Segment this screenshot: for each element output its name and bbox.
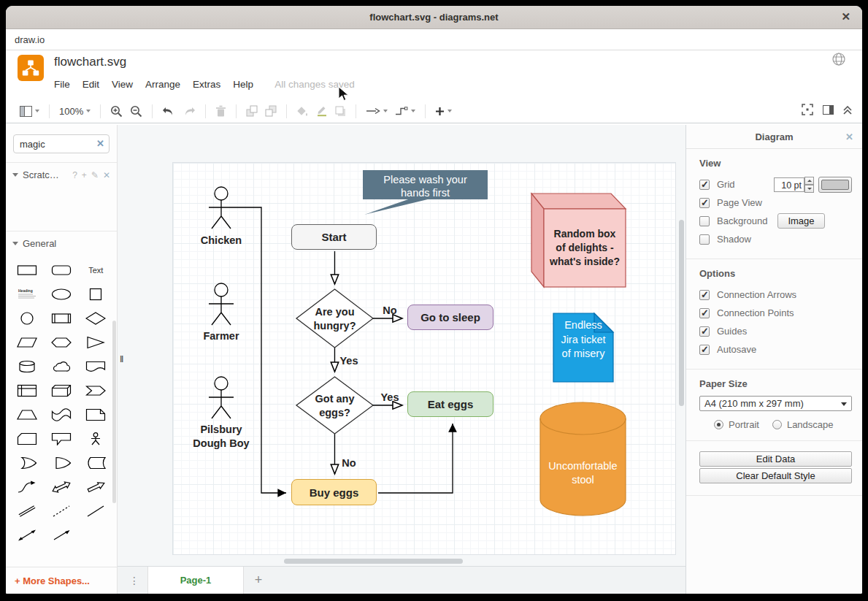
to-front-button[interactable]	[242, 102, 261, 120]
landscape-option[interactable]: Landscape	[772, 419, 834, 430]
shape-cube-icon[interactable]	[44, 378, 78, 402]
sidebar-collapse-handle[interactable]: ‖	[120, 353, 123, 364]
scratchpad-add-icon[interactable]: +	[82, 170, 87, 180]
page-tab[interactable]: Page-1	[147, 567, 244, 594]
language-globe-icon[interactable]	[831, 52, 846, 69]
clear-search-icon[interactable]: ✕	[96, 138, 104, 149]
grid-checkbox[interactable]	[699, 180, 710, 190]
shape-process-icon[interactable]	[44, 306, 78, 330]
grid-size-input[interactable]: 10 pt	[774, 177, 804, 192]
shape-document-icon[interactable]	[79, 354, 113, 378]
background-image-button[interactable]: Image	[777, 213, 824, 229]
shape-data-storage-icon[interactable]	[79, 451, 113, 475]
horizontal-scrollbar[interactable]	[284, 559, 463, 564]
shape-internal-storage-icon[interactable]	[9, 378, 44, 402]
fullscreen-icon[interactable]	[802, 104, 813, 118]
menu-view[interactable]: View	[112, 79, 133, 90]
shape-hexagon-icon[interactable]	[44, 330, 78, 354]
scratchpad-drop-area[interactable]	[6, 187, 117, 231]
shape-link-icon[interactable]	[9, 499, 44, 523]
general-section-header[interactable]: General	[6, 231, 117, 256]
delete-button[interactable]	[212, 102, 230, 120]
menu-file[interactable]: File	[54, 79, 70, 90]
waypoints-button[interactable]	[391, 102, 419, 120]
line-color-button[interactable]	[312, 102, 331, 120]
format-panel-toggle-icon[interactable]	[823, 104, 834, 118]
undo-button[interactable]	[158, 102, 179, 120]
shape-curve-icon[interactable]	[9, 475, 44, 499]
guides-checkbox[interactable]	[699, 326, 710, 337]
insert-button[interactable]	[431, 102, 456, 120]
connection-style-button[interactable]	[362, 102, 391, 120]
zoom-level-button[interactable]: 100%	[55, 102, 94, 120]
shape-rectangle-icon[interactable]	[9, 258, 44, 282]
shape-square-icon[interactable]	[79, 282, 113, 306]
collapse-toolbar-icon[interactable]	[843, 104, 852, 118]
actor-pilsbury[interactable]	[209, 377, 234, 418]
scratchpad-close-icon[interactable]: ✕	[103, 170, 110, 180]
shape-rounded-rectangle-icon[interactable]	[44, 258, 78, 282]
shape-cloud-icon[interactable]	[44, 354, 78, 378]
shape-line-icon[interactable]	[79, 499, 113, 523]
shape-text-icon[interactable]: Text	[79, 258, 113, 282]
window-close-icon[interactable]: ✕	[841, 11, 850, 22]
connection-points-checkbox[interactable]	[699, 308, 710, 318]
shape-bidirectional-arrow-icon[interactable]	[44, 475, 78, 499]
node-go-to-sleep[interactable]: Go to sleep	[407, 305, 493, 330]
background-checkbox[interactable]	[699, 216, 710, 226]
node-start[interactable]: Start	[291, 224, 377, 250]
node-buy-eggs[interactable]: Buy eggs	[291, 479, 377, 505]
stepper-up-icon[interactable]	[807, 180, 812, 182]
shape-trapezoid-icon[interactable]	[9, 402, 44, 426]
scratchpad-edit-icon[interactable]: ✎	[91, 170, 99, 180]
edge-buy-eat[interactable]	[378, 424, 453, 493]
redo-button[interactable]	[179, 102, 199, 120]
grid-size-stepper[interactable]	[804, 177, 814, 193]
canvas[interactable]: ‖	[118, 125, 685, 566]
window-titlebar[interactable]: flowchart.svg - diagrams.net ✕	[6, 6, 862, 29]
shape-directional-connector-icon[interactable]	[44, 523, 78, 547]
shadow-checkbox[interactable]	[699, 234, 710, 245]
shape-arrow-icon[interactable]	[79, 475, 113, 499]
shape-dashed-line-icon[interactable]	[44, 499, 78, 523]
shape-parallelogram-icon[interactable]	[9, 330, 44, 354]
to-back-button[interactable]	[261, 102, 280, 120]
zoom-out-button[interactable]	[126, 102, 146, 120]
shape-actor-icon[interactable]	[79, 426, 113, 451]
landscape-radio[interactable]	[772, 420, 782, 429]
add-page-button[interactable]: +	[244, 567, 273, 594]
shape-tape-icon[interactable]	[44, 402, 78, 426]
shape-card-icon[interactable]	[9, 426, 44, 451]
shape-diamond-icon[interactable]	[79, 306, 113, 330]
connection-arrows-checkbox[interactable]	[699, 290, 710, 300]
edit-data-button[interactable]: Edit Data	[699, 451, 852, 467]
scratchpad-help-icon[interactable]: ?	[72, 170, 77, 180]
shape-textbox-icon[interactable]: Heading	[9, 282, 44, 306]
stepper-down-icon[interactable]	[807, 188, 812, 190]
page-view-checkbox[interactable]	[699, 198, 710, 208]
actor-farmer[interactable]	[209, 283, 234, 325]
zoom-in-button[interactable]	[107, 102, 126, 120]
shape-cylinder-icon[interactable]	[9, 354, 44, 378]
search-shapes-input[interactable]	[13, 134, 110, 153]
view-panel-button[interactable]	[16, 102, 43, 120]
sidebar-scrollbar[interactable]	[112, 321, 116, 503]
menu-edit[interactable]: Edit	[82, 79, 99, 90]
shape-triangle-icon[interactable]	[79, 330, 113, 354]
shape-note-icon[interactable]	[79, 402, 113, 426]
shape-and-icon[interactable]	[44, 451, 78, 475]
drawing-page[interactable]: Start Go to sleep Eat eggs Buy eggs Plea…	[172, 162, 676, 555]
clear-default-style-button[interactable]: Clear Default Style	[699, 468, 852, 483]
shape-circle-icon[interactable]	[9, 306, 44, 330]
node-eat-eggs[interactable]: Eat eggs	[407, 391, 493, 417]
shape-step-icon[interactable]	[79, 378, 113, 402]
portrait-option[interactable]: Portrait	[714, 419, 759, 430]
shape-callout-icon[interactable]	[44, 426, 78, 451]
shape-bidirectional-connector-icon[interactable]	[9, 523, 44, 547]
pages-menu-icon[interactable]: ⋮	[129, 567, 142, 594]
fill-color-button[interactable]	[293, 102, 312, 120]
more-shapes-button[interactable]: + More Shapes...	[6, 567, 117, 594]
app-menu-drawio[interactable]: draw.io	[15, 34, 45, 45]
shape-or-icon[interactable]	[9, 451, 44, 475]
autosave-checkbox[interactable]	[699, 345, 710, 355]
